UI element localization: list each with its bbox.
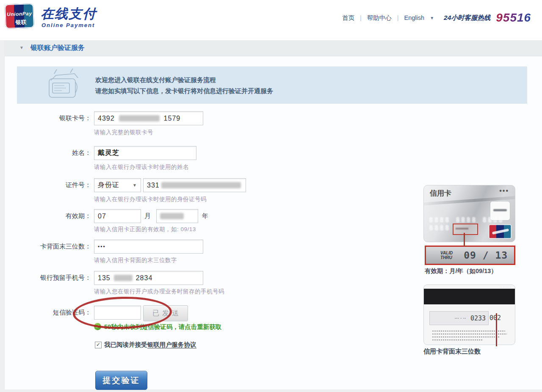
brand-title: 在线支付 bbox=[41, 5, 97, 23]
logo-yinlian-text: 银联 bbox=[15, 18, 27, 26]
agreement-prefix: 我已阅读并接受 bbox=[104, 341, 147, 348]
card-back-fine-print bbox=[432, 331, 506, 342]
expiry-label: 有效期： bbox=[8, 212, 91, 220]
id-type-select[interactable]: 身份证 ▼ bbox=[94, 178, 141, 192]
cvn2-input[interactable]: ••• bbox=[94, 240, 203, 254]
brand-subtitle: Online Payment bbox=[41, 22, 95, 28]
holder-name-input[interactable]: 戴灵芝 bbox=[94, 146, 196, 160]
header-nav: 首页 | 帮助中心 | English ▼ 24小时客服热线 95516 bbox=[342, 11, 542, 25]
id-number-input[interactable]: 331 bbox=[143, 178, 246, 192]
collapse-arrow-icon[interactable]: ▼ bbox=[19, 45, 24, 50]
expiry-year-input[interactable] bbox=[156, 209, 198, 223]
cvn-number: 002 bbox=[489, 314, 501, 322]
signature-panel: ▪▪▪ ▪ ▪▪ 0233 bbox=[429, 311, 489, 325]
card-number-prefix: 4392 bbox=[98, 115, 115, 122]
redacted-blur bbox=[114, 275, 133, 281]
cvn2-label: 卡背面末三位数： bbox=[8, 243, 91, 251]
card-number-input[interactable]: 4392 1579 bbox=[94, 111, 203, 125]
phone-label: 银行预留手机号： bbox=[8, 274, 91, 282]
id-number-prefix: 331 bbox=[147, 182, 160, 189]
card-front-dots: ••• bbox=[499, 187, 509, 195]
logo-unionpay-text: UnionPay bbox=[5, 11, 34, 17]
agreement-link[interactable]: 银联用户服务协议 bbox=[147, 341, 196, 348]
cvn-caption: 信用卡背面末三位数 bbox=[423, 348, 481, 356]
card-number-label: 银联卡号： bbox=[8, 114, 91, 122]
expiry-month-unit: 月 bbox=[144, 212, 151, 220]
cvn2-value: ••• bbox=[98, 244, 106, 250]
expiry-caption: 有效期：月/年（如09/13） bbox=[425, 267, 497, 275]
id-type-value: 身份证 bbox=[98, 181, 119, 190]
expiry-month-value: 07 bbox=[98, 213, 106, 220]
card-number-hint: 请输入完整的银联卡号 bbox=[94, 129, 153, 136]
page-title: 银联账户验证服务 bbox=[30, 44, 85, 52]
holder-name-value: 戴灵芝 bbox=[98, 149, 119, 157]
expiry-year-unit: 年 bbox=[202, 212, 208, 220]
valid-thru-zoom-box: VALID THRU 09 / 13 bbox=[425, 246, 515, 265]
unionpay-verification-page: UnionPay 银联 在线支付 Online Payment 首页 | 帮助中… bbox=[0, 0, 542, 392]
unionpay-logo-icon: UnionPay 银联 bbox=[5, 3, 34, 29]
credit-card-front-image: 信用卡 ••• 8888 8888 8888 8888 bbox=[423, 185, 515, 242]
select-caret-icon: ▼ bbox=[133, 183, 137, 188]
agreement-checkbox[interactable]: ✓ bbox=[95, 342, 102, 348]
phone-prefix: 135 bbox=[98, 274, 111, 282]
phone-input[interactable]: 135 2834 bbox=[94, 271, 203, 285]
cvn-pointer-line bbox=[496, 313, 497, 346]
magnetic-stripe bbox=[424, 289, 515, 304]
language-caret-icon[interactable]: ▼ bbox=[430, 16, 434, 20]
holder-name-label: 姓名： bbox=[8, 149, 91, 157]
cvn2-hint: 请输入信用卡背面的末三位数字 bbox=[94, 257, 177, 264]
card-front-title: 信用卡 bbox=[430, 188, 451, 198]
card-back-tiny-text: ·········· bbox=[500, 286, 512, 288]
welcome-line2: 请您如实填写以下信息，发卡银行将对信息进行验证并开通服务 bbox=[95, 87, 273, 95]
agreement-text: 我已阅读并接受银联用户服务协议 bbox=[104, 341, 196, 349]
holder-name-hint: 请输入在银行办理该卡时使用的姓名 bbox=[94, 163, 189, 171]
redacted-blur bbox=[119, 115, 160, 121]
nav-divider: | bbox=[397, 14, 399, 21]
sms-status-text: 59秒内未收到短信验证码，请点击重新获取 bbox=[104, 323, 221, 331]
section-title-bar: ▼ 银联账户验证服务 bbox=[4, 40, 542, 56]
sms-sent-button[interactable]: 已发送 bbox=[143, 305, 188, 321]
sms-code-input[interactable] bbox=[94, 306, 141, 320]
check-circle-icon: ✓ bbox=[94, 323, 101, 330]
id-number-label: 证件号： bbox=[8, 181, 91, 189]
id-number-hint: 请输入在银行办理该卡时使用的身份证号码 bbox=[94, 196, 207, 203]
submit-button[interactable]: 提交验证 bbox=[95, 371, 147, 390]
expiry-month-input[interactable]: 07 bbox=[94, 209, 141, 223]
sms-code-label: 短信验证码： bbox=[8, 309, 91, 317]
welcome-banner bbox=[17, 66, 527, 104]
nav-divider: | bbox=[360, 14, 362, 21]
welcome-line1: 欢迎您进入银联在线支付账户验证服务流程 bbox=[95, 76, 216, 84]
phone-suffix: 2834 bbox=[136, 274, 153, 282]
redacted-blur bbox=[160, 213, 184, 219]
hotline-number: 95516 bbox=[496, 11, 531, 25]
signature-marks: ▪▪▪ ▪ ▪▪ bbox=[455, 317, 466, 320]
phone-hint: 请输入您在银行开户或办理业务时留存的手机号码 bbox=[94, 288, 224, 295]
unionpay-mini-logo-icon bbox=[489, 224, 512, 239]
page-header: UnionPay 银联 在线支付 Online Payment 首页 | 帮助中… bbox=[0, 0, 542, 40]
nav-home-link[interactable]: 首页 bbox=[342, 14, 354, 22]
nav-language-link[interactable]: English bbox=[404, 14, 425, 21]
signature-number: 0233 bbox=[470, 315, 486, 322]
expiry-hint: 请输入信用卡正面的有效期，如: 09/13 bbox=[94, 226, 196, 233]
credit-card-back-image: ·········· ▪▪▪ ▪ ▪▪ 0233 002 bbox=[423, 284, 515, 345]
valid-thru-highlight-box bbox=[453, 224, 478, 235]
hotline-label: 24小时客服热线 bbox=[444, 14, 490, 22]
nav-help-link[interactable]: 帮助中心 bbox=[367, 14, 392, 22]
card-number-suffix: 1579 bbox=[164, 115, 181, 122]
redacted-blur bbox=[161, 182, 241, 188]
card-front-small-box bbox=[490, 202, 510, 220]
red-connector-line bbox=[464, 233, 465, 246]
valid-thru-words: VALID THRU bbox=[440, 251, 453, 260]
valid-thru-value: 09 / 13 bbox=[464, 250, 508, 261]
pos-machine-icon bbox=[41, 68, 82, 102]
